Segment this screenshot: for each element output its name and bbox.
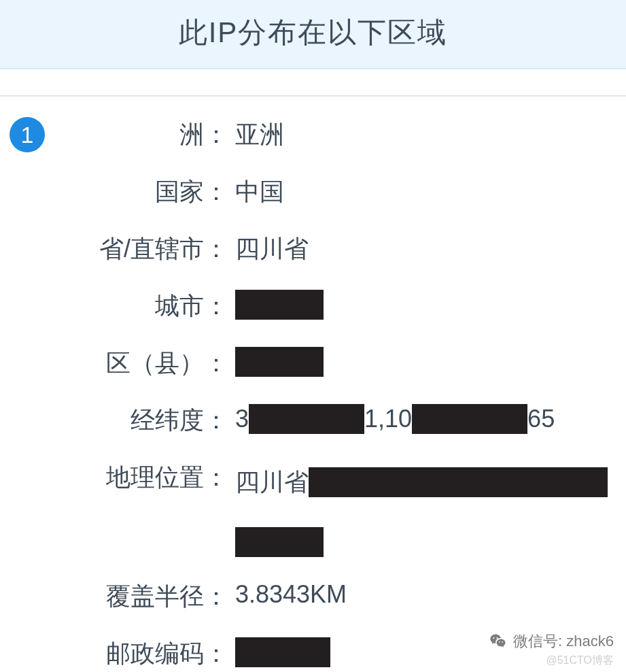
redacted-block [235, 290, 324, 320]
latlon-suffix: 65 [527, 405, 555, 433]
wechat-icon [489, 632, 508, 651]
value-radius: 3.8343KM [235, 580, 347, 609]
row-city: 城市： [11, 290, 615, 324]
row-country: 国家： 中国 [11, 175, 615, 209]
watermark-wechat-text: 微信号: zhack6 [513, 631, 614, 652]
value-latlon: 31,1065 [235, 404, 555, 434]
row-geoloc: 地理位置： 四川省 [11, 461, 615, 557]
watermark-sub: @51CTO博客 [546, 654, 614, 668]
redacted-block [412, 404, 527, 434]
label-geoloc: 地理位置： [11, 461, 235, 494]
index-badge: 1 [10, 117, 45, 152]
watermark-wechat: 微信号: zhack6 [489, 631, 614, 652]
row-latlon: 经纬度： 31,1065 [11, 404, 615, 438]
header: 此IP分布在以下区域 [0, 0, 626, 69]
value-city [235, 290, 324, 320]
content: 1 洲： 亚洲 国家： 中国 省/直辖市： 四川省 城市： 区（县）： 经纬度：… [0, 97, 626, 671]
latlon-prefix: 3 [235, 405, 249, 433]
row-radius: 覆盖半径： 3.8343KM [11, 580, 615, 614]
latlon-mid: 1,10 [364, 405, 412, 433]
header-title: 此IP分布在以下区域 [0, 14, 626, 52]
label-city: 城市： [11, 290, 235, 323]
geoloc-text: 四川省 [235, 461, 309, 503]
label-latlon: 经纬度： [11, 404, 235, 437]
label-radius: 覆盖半径： [11, 580, 235, 614]
redacted-block [235, 347, 324, 377]
value-district [235, 347, 324, 377]
label-province: 省/直辖市： [11, 233, 235, 266]
label-country: 国家： [11, 175, 235, 209]
value-province: 四川省 [235, 233, 309, 266]
value-continent: 亚洲 [235, 118, 284, 152]
row-district: 区（县）： [11, 347, 615, 381]
redacted-block [235, 527, 324, 557]
redacted-block [249, 404, 364, 434]
value-geoloc: 四川省 [235, 461, 615, 557]
redacted-block [235, 637, 330, 667]
row-continent: 洲： 亚洲 [11, 118, 615, 152]
value-country: 中国 [235, 175, 284, 209]
value-postal [235, 637, 330, 667]
row-province: 省/直辖市： 四川省 [11, 233, 615, 267]
label-district: 区（县）： [11, 347, 235, 380]
redacted-block [309, 467, 608, 497]
label-postal: 邮政编码： [11, 637, 235, 671]
